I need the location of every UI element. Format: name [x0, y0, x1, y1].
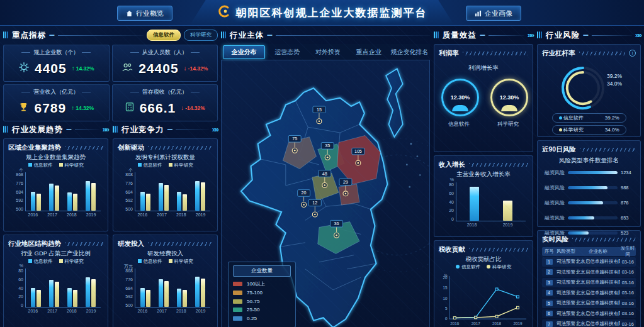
section-line — [75, 130, 99, 130]
panel-realtime-risk: 实时风险 序号风险类型企业名称发生时间 1 司法预警 北京启信卓越科技有限公司 … — [537, 230, 641, 327]
svg-text:10: 10 — [443, 296, 448, 301]
risk-type-cell: 司法预警 — [556, 300, 575, 306]
card-value: 24405 — [138, 61, 178, 76]
section-bars-icon — [3, 124, 9, 135]
table-row[interactable]: 3 司法预警 北京启信卓越科技有限公司 03-16 — [542, 278, 636, 287]
risk-bar-value: 1234 — [621, 170, 636, 175]
map-legend-item: 100以上 — [233, 280, 291, 287]
tab-1[interactable]: 运营态势 — [267, 46, 308, 58]
bar — [67, 192, 72, 211]
risk-bar-value: 523 — [621, 230, 636, 236]
nav-industry-overview-button[interactable]: 行业概览 — [117, 6, 172, 21]
bar — [73, 194, 77, 211]
map-legend-rows: 100以上75-10050-7525-500-25 — [233, 280, 291, 321]
bar — [49, 280, 54, 307]
district-northeast-part[interactable] — [386, 69, 403, 136]
x-axis: 20182019 — [454, 223, 526, 227]
plot-area — [135, 172, 210, 211]
chart-title: 研发经费投入 — [118, 250, 213, 258]
legend-item: 科学研究 — [59, 258, 84, 265]
row-index-badge: 5 — [546, 301, 553, 306]
panel-income-growth: 收入增长 主营业务收入增长率%80604020020182019 — [434, 155, 533, 237]
filter-science-research[interactable]: 科学研究 — [184, 30, 218, 41]
table-row[interactable]: 6 司法预警 北京启信卓越科技有限公司 03-16 — [542, 309, 636, 319]
more-arrow-icon[interactable]: »» — [103, 125, 108, 134]
industry-main-title: 行业主体 — [230, 30, 264, 41]
bar-group — [67, 172, 77, 211]
leverage-legend-item: 信息软件 39.2% — [552, 113, 626, 123]
tab-3[interactable]: 重点企业 — [348, 46, 389, 58]
hatch-decoration — [572, 238, 636, 241]
more-arrow-icon[interactable]: »» — [212, 125, 218, 134]
bar-group — [159, 172, 169, 211]
industry-risk-section: 行业风险 – »» 行业杠杆率 i 39.2% 34.0% 信息软件 — [537, 29, 641, 327]
industry-trend-title: 行业发展趋势 — [12, 125, 63, 135]
legend-item: 信息软件 — [138, 258, 162, 265]
tab-2[interactable]: 对外投资 — [308, 46, 349, 58]
bar-group — [177, 172, 187, 211]
ring-gauge: 12.30% — [490, 79, 528, 116]
company-name-cell: 北京启信卓越科技有限公司 — [576, 290, 620, 296]
gauge-value: 12.30% — [500, 94, 519, 101]
date-cell: 03-16 — [620, 259, 636, 265]
dashboard-root: 行业概览 朝阳区科创规上企业大数据监测平台 企业画像 重点指标 – 信息软件 — [0, 0, 644, 327]
competitiveness-section: 行业竞争力 – »» 创新驱动 发明专利累计授权数量信息软件科学研究个86877… — [113, 123, 218, 327]
more-arrow-icon[interactable]: »» — [528, 31, 533, 40]
tab-4[interactable]: 规企变化排名 — [389, 46, 430, 58]
card-change: -14.32% — [185, 105, 205, 111]
quality-title: 质量效益 — [443, 30, 477, 41]
nav-enterprise-portrait-button[interactable]: 企业画像 — [466, 6, 521, 21]
panel-rd-investment: 研发投入 研发经费投入信息软件科学研究万元8687766845925002016… — [113, 235, 218, 327]
info-icon[interactable]: i — [629, 50, 636, 57]
bar — [49, 184, 54, 211]
risk-bar-track — [568, 171, 618, 174]
logo-icon — [217, 4, 231, 21]
bar — [195, 181, 200, 211]
section-dash: – — [167, 124, 173, 135]
legend-item: 信息软件 — [456, 264, 480, 270]
map-legend-title: 企业数量 — [233, 265, 291, 277]
section-line — [176, 130, 208, 130]
table-row[interactable]: 2 司法预警 北京启信卓越科技有限公司 03-16 — [542, 268, 636, 277]
table-row[interactable]: 4 司法预警 北京启信卓越科技有限公司 03-16 — [542, 289, 636, 298]
bar — [140, 192, 145, 211]
bar — [177, 289, 181, 307]
table-row[interactable]: 1 司法预警 北京启信卓越科技有限公司 03-16 — [542, 257, 636, 267]
tab-0[interactable]: 企业分布 — [223, 45, 265, 59]
bar-group — [177, 269, 187, 307]
bar — [55, 282, 59, 307]
card-revenue: 营业收入（亿元） 6789 ↑14.32% — [3, 84, 110, 121]
gauge-info-software: 12.30% 信息软件 — [441, 79, 477, 128]
more-arrow-icon[interactable]: »» — [635, 31, 641, 40]
panel-title: 行业杠杆率 — [542, 49, 575, 58]
panel-region-structure: 行业地区结构趋势 行业 GDP 占第三产业比例信息软件科学研究%80604020… — [3, 235, 108, 327]
chart-gdp-share: 行业 GDP 占第三产业比例信息软件科学研究%80604020020162017… — [8, 250, 103, 313]
section-bars-icon — [434, 30, 439, 41]
chart-title: 税收贡献占比 — [439, 255, 528, 263]
bar — [86, 181, 90, 211]
row-index-badge: 2 — [546, 269, 553, 275]
filter-info-software[interactable]: 信息软件 — [147, 30, 181, 41]
x-axis: 2016201720182019 — [23, 213, 101, 217]
risk-bar-value: 876 — [621, 200, 636, 206]
map-legend-item: 50-75 — [233, 299, 291, 304]
bar — [55, 186, 59, 211]
arrow-down-icon: ↓ — [184, 65, 187, 72]
gauge-label: 信息软件 — [441, 121, 477, 128]
risk-bar-track — [568, 216, 618, 219]
table-row[interactable]: 5 司法预警 北京启信卓越科技有限公司 03-16 — [542, 299, 636, 308]
panel-title: 利润率 — [439, 49, 459, 58]
panel-title: 创新驱动 — [118, 143, 144, 152]
hatch-decoration — [65, 146, 103, 150]
plot-area — [25, 172, 101, 211]
table-row[interactable]: 7 司法预警 北京启信卓越科技有限公司 03-16 — [542, 319, 636, 327]
bar-group — [140, 269, 150, 307]
bar — [140, 288, 145, 307]
svg-text:5: 5 — [445, 306, 448, 311]
profit-chart-title: 利润增长率 — [439, 64, 528, 72]
panel-tax-contribution: 税收贡献 税收贡献占比信息软件科学研究%05101520201620172018… — [434, 240, 533, 327]
enterprise-distribution-map-panel: 15 75 35 105 48 29 — [221, 60, 430, 327]
panel-leverage-rate: 行业杠杆率 i 39.2% 34.0% 信息软件 39.2% 科学研究 — [537, 44, 641, 137]
hatch-decoration — [148, 146, 213, 150]
bar-group — [140, 172, 150, 211]
